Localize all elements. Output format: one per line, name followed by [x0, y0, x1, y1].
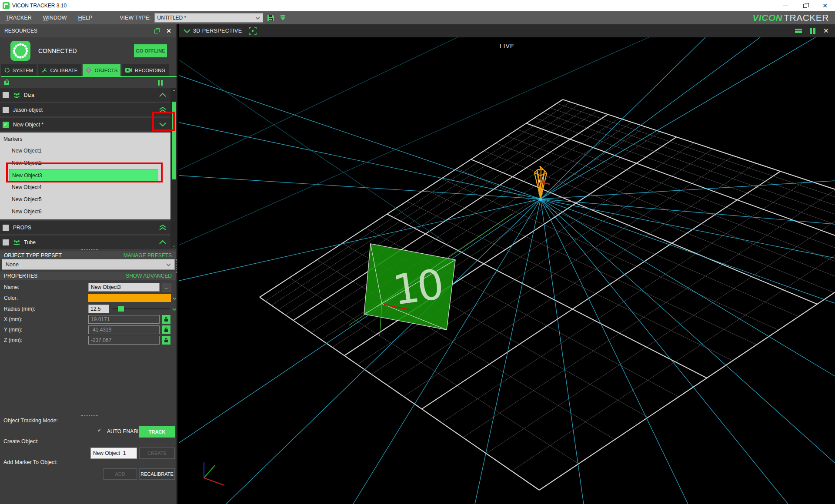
object-row-diza[interactable]: Diza	[0, 88, 170, 102]
view-type-select[interactable]: UNTITLED *	[154, 13, 263, 23]
z-row: Z (mm):	[0, 335, 176, 345]
recalibrate-button[interactable]: RECALIBRATE	[139, 468, 175, 480]
show-advanced-link[interactable]: SHOW ADVANCED	[126, 273, 172, 279]
radius-slider-thumb[interactable]	[118, 306, 124, 312]
x-lock-button[interactable]	[162, 315, 170, 324]
object-list: Diza Jason-object New Object * Markers N…	[0, 88, 170, 249]
checkbox-checked[interactable]	[3, 122, 9, 128]
marker-item-1[interactable]: New Object1	[0, 145, 170, 157]
3d-viewport[interactable]: LIVE 10	[179, 37, 835, 504]
marker-item-5[interactable]: New Object5	[0, 193, 170, 206]
object-name: Tube	[24, 239, 36, 245]
object-list-scrollbar[interactable]: ⌃ ⌄	[170, 88, 177, 249]
minimize-button[interactable]	[775, 0, 795, 11]
color-swatch[interactable]	[88, 294, 171, 302]
scroll-up-icon[interactable]: ⌃	[170, 89, 177, 94]
view-options-icon[interactable]	[795, 28, 802, 34]
apply-view-icon[interactable]	[279, 13, 287, 22]
pause-updates-icon[interactable]	[158, 80, 163, 86]
chevron-up-icon[interactable]	[159, 93, 166, 97]
checkbox-unchecked[interactable]	[3, 92, 9, 98]
chevron-down-icon[interactable]	[172, 295, 177, 301]
preset-value: None	[6, 262, 19, 268]
close-button[interactable]: ✕	[815, 0, 835, 11]
checkbox-unchecked[interactable]	[3, 107, 9, 113]
chevron-up-icon[interactable]	[159, 240, 166, 244]
object-row-props[interactable]: PROPS	[0, 221, 170, 234]
maximize-button[interactable]	[795, 0, 815, 11]
float-panel-icon[interactable]	[154, 28, 160, 34]
tab-calibrate[interactable]: CALIBRATE	[38, 64, 81, 76]
marker-item-2[interactable]: New Object2	[0, 157, 170, 169]
add-button[interactable]: ADD	[103, 468, 137, 480]
lock-icon	[164, 338, 168, 343]
group-icon	[13, 240, 20, 245]
chevron-down-icon	[255, 15, 260, 21]
create-object-label: Create Object:	[3, 438, 39, 444]
track-button[interactable]: TRACK	[139, 426, 175, 438]
view-pane: 3D PERSPECTIVE ✕ LIVE 10	[179, 24, 835, 504]
chevron-down-icon[interactable]	[184, 29, 190, 33]
close-view-icon[interactable]: ✕	[823, 27, 829, 35]
menu-window[interactable]: WINDOW	[37, 11, 73, 24]
load-object-icon[interactable]	[3, 79, 10, 87]
name-more-button[interactable]: ...	[162, 283, 171, 292]
menu-tracker[interactable]: TRACKER	[0, 11, 37, 24]
panel-resize-handle[interactable]	[176, 259, 177, 273]
object-row-jason[interactable]: Jason-object	[0, 103, 170, 116]
lock-icon	[164, 327, 168, 332]
tab-objects[interactable]: OBJECTS	[83, 64, 120, 76]
x-field[interactable]	[88, 315, 160, 324]
name-label: Name:	[4, 284, 19, 290]
z-field[interactable]	[88, 336, 160, 345]
radius-field[interactable]	[88, 305, 109, 313]
view-type-label: VIEW TYPE:	[120, 15, 150, 21]
y-field[interactable]	[88, 325, 160, 334]
pause-view-icon[interactable]	[810, 28, 815, 34]
object-row-tube[interactable]: Tube	[0, 235, 170, 249]
y-lock-button[interactable]	[162, 325, 170, 334]
z-lock-button[interactable]	[162, 336, 170, 345]
marker-item-6[interactable]: New Object6	[0, 206, 170, 218]
object-name: Diza	[24, 92, 34, 98]
tab-system[interactable]: SYSTEM	[1, 64, 37, 76]
menu-help[interactable]: HELP	[73, 11, 98, 24]
splitter-handle[interactable]	[81, 415, 98, 416]
name-field[interactable]	[88, 283, 160, 292]
save-view-icon[interactable]	[267, 13, 275, 22]
auto-enable-checkbox[interactable]	[97, 428, 104, 434]
properties-header-label: PROPERTIES	[4, 273, 37, 279]
splitter-handle[interactable]	[81, 249, 98, 250]
marker-item-3-selected[interactable]: New Object3	[9, 169, 158, 181]
radius-row: Radius (mm):	[0, 304, 176, 313]
system-icon	[4, 67, 10, 73]
tab-recording[interactable]: RECORDING	[122, 64, 169, 76]
checkbox-unchecked[interactable]	[3, 239, 9, 245]
object-type-preset-header: OBJECT TYPE PRESET MANAGE PRESETS	[0, 251, 176, 260]
title-bar: VICON TRACKER 3.10 ✕	[0, 0, 835, 11]
x-label: X (mm):	[4, 316, 23, 322]
create-button[interactable]: CREATE	[139, 448, 175, 459]
object-row-new-object[interactable]: New Object *	[0, 118, 170, 131]
manage-presets-link[interactable]: MANAGE PRESETS	[124, 252, 172, 259]
scrollbar-thumb[interactable]	[172, 102, 176, 179]
camera-dots-icon	[10, 41, 30, 61]
preset-select[interactable]: None	[2, 259, 175, 270]
viewport-header: 3D PERSPECTIVE ✕	[179, 24, 835, 37]
objects-toolbar	[0, 78, 176, 88]
radius-slider[interactable]	[113, 308, 170, 309]
vicon-logo: VICON TRACKER	[752, 13, 829, 23]
checkbox-unchecked[interactable]	[3, 225, 9, 231]
properties-header: PROPERTIES SHOW ADVANCED	[0, 272, 176, 280]
marker-item-4[interactable]: New Object4	[0, 181, 170, 193]
focus-icon[interactable]	[248, 27, 257, 35]
chevron-down-icon[interactable]	[172, 306, 177, 312]
create-object-name-field[interactable]	[90, 448, 137, 459]
go-offline-button[interactable]: GO OFFLINE	[134, 44, 167, 57]
chevron-down-icon[interactable]	[159, 123, 166, 126]
chevron-double-up-icon[interactable]	[159, 107, 166, 113]
close-panel-icon[interactable]: ✕	[166, 27, 171, 34]
scroll-down-icon[interactable]: ⌄	[170, 243, 177, 248]
recording-icon	[125, 68, 132, 73]
chevron-double-up-icon[interactable]	[159, 225, 166, 230]
